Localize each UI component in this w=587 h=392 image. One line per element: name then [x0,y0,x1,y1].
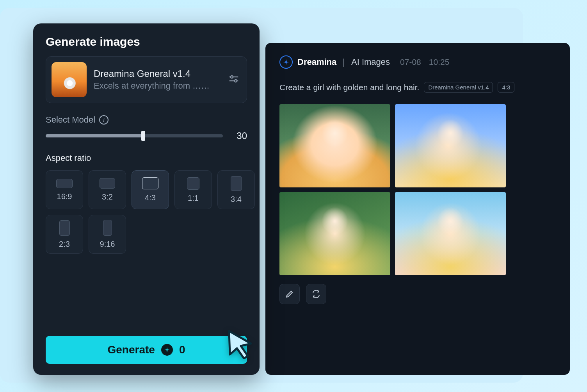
ratio-3-4[interactable]: 3:4 [217,170,255,209]
sliders-icon[interactable] [228,73,240,86]
slider-label-row: Select Model i [46,115,247,125]
slider-row: 30 [46,130,247,141]
ratio-4-3[interactable]: 4:3 [132,170,169,209]
ratio-shape-icon [103,220,112,236]
generate-button[interactable]: Generate 0 [46,336,247,364]
generate-sidebar: Generate images Dreamina General v1.4 Ex… [33,23,260,375]
ratio-shape-icon [100,178,115,189]
pencil-icon [285,289,294,299]
ratio-shape-icon [187,177,199,190]
results-header: Dreamina | AI Images 07-08 10:25 [279,55,556,69]
model-card[interactable]: Dreamina General v1.4 Excels at everythi… [46,56,247,103]
ratio-label: 9:16 [100,240,115,249]
model-name: Dreamina General v1.4 [94,68,221,79]
ratio-shape-icon [142,177,158,189]
result-image[interactable] [395,192,506,275]
result-image[interactable] [279,104,390,187]
section-name: AI Images [351,57,390,67]
slider-value: 30 [231,130,247,141]
separator: | [343,57,345,67]
slider-fill [46,134,143,137]
brand-name: Dreamina [297,57,336,67]
model-text: Dreamina General v1.4 Excels at everythi… [94,68,221,91]
info-icon[interactable]: i [99,115,109,125]
generate-label: Generate [108,344,155,356]
generate-credits: 0 [179,344,185,356]
result-image[interactable] [395,104,506,187]
ratio-9-16[interactable]: 9:16 [89,215,126,254]
ratio-label: 1:1 [188,194,199,203]
slider-label: Select Model [46,115,95,125]
ratio-2-3[interactable]: 2:3 [46,215,83,254]
cursor-icon [224,328,256,359]
result-date: 07-08 [400,57,421,67]
model-description: Excels at everything from …… [94,81,221,91]
ratio-shape-icon [59,220,70,236]
ratio-shape-icon [231,176,242,191]
ratio-label: 2:3 [59,240,70,249]
svg-point-3 [235,80,237,82]
results-panel: Dreamina | AI Images 07-08 10:25 Create … [265,43,570,375]
ratio-1-1[interactable]: 1:1 [174,170,212,209]
ratio-3-2[interactable]: 3:2 [89,170,126,209]
edit-button[interactable] [279,284,300,304]
regenerate-button[interactable] [306,284,326,304]
model-thumbnail [52,62,87,97]
sparkle-icon [279,55,293,69]
stage: Dreamina | AI Images 07-08 10:25 Create … [0,8,523,383]
ratio-label: 3:2 [102,192,113,201]
result-actions [279,284,556,304]
svg-point-0 [231,76,233,78]
slider-handle[interactable] [141,131,145,141]
sidebar-title: Generate images [46,35,247,48]
ratio-16-9[interactable]: 16:9 [46,170,83,209]
sparkle-icon [161,344,173,356]
aspect-ratio-grid: 16:9 3:2 4:3 1:1 3:4 2:3 [46,170,247,254]
result-image[interactable] [279,192,390,275]
ratio-label: 16:9 [57,192,72,201]
aspect-ratio-label: Aspect ratio [46,153,247,163]
ratio-shape-icon [56,179,73,188]
ratio-label: 3:4 [231,195,242,204]
result-grid [279,104,506,275]
refresh-icon [311,289,321,299]
prompt-row: Create a girl with golden and long hair.… [279,82,556,93]
model-slider[interactable] [46,134,223,137]
ratio-chip: 4:3 [498,82,514,93]
prompt-text: Create a girl with golden and long hair. [279,83,419,92]
result-time: 10:25 [429,57,450,67]
model-chip: Dreamina General v1.4 [424,82,493,93]
ratio-label: 4:3 [145,193,156,202]
